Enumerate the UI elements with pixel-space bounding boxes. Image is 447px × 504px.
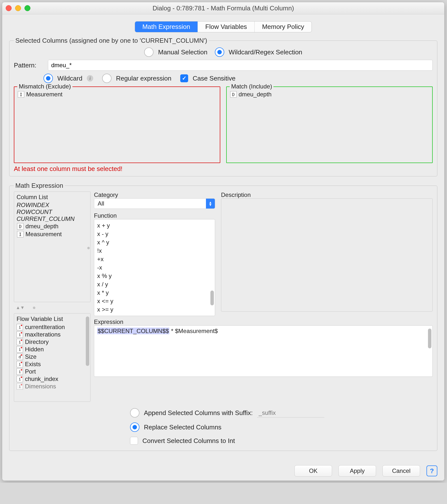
manual-selection-label: Manual Selection <box>158 48 207 56</box>
flow-variable-item[interactable]: iDimensions <box>17 383 88 390</box>
replace-label: Replace Selected Columns <box>144 423 222 431</box>
flow-variable-panel: Flow Variable List icurrentIteration ima… <box>14 313 90 402</box>
wildcard-option[interactable]: Wildcard i <box>44 74 93 83</box>
column-list-item[interactable]: ROWINDEX <box>17 202 88 209</box>
flow-variable-item[interactable]: iExists <box>17 360 88 368</box>
column-list-header: Column List <box>17 194 88 201</box>
flow-variable-item[interactable]: imaxIterations <box>17 331 88 338</box>
selected-columns-legend: Selected Columns (assigned one by one to… <box>14 37 209 44</box>
function-item[interactable]: -x <box>97 263 212 272</box>
regex-option[interactable]: Regular expression <box>102 74 171 83</box>
flowvar-icon: i <box>17 376 23 382</box>
mismatch-label: Mismatch (Exclude) <box>17 83 72 90</box>
exclude-include-row: Mismatch (Exclude) I Measurement Match (… <box>14 86 433 163</box>
ok-button[interactable]: OK <box>294 465 332 477</box>
flow-variable-header: Flow Variable List <box>17 315 88 322</box>
wildcard-option-label: Wildcard <box>57 75 82 82</box>
radio-icon <box>144 47 154 57</box>
wildcard-selection-option[interactable]: Wildcard/Regex Selection <box>215 47 302 57</box>
scrollbar[interactable] <box>210 221 214 314</box>
mismatch-item[interactable]: I Measurement <box>17 90 217 98</box>
function-item[interactable]: x >= y <box>97 305 212 314</box>
flow-variable-item[interactable]: icurrentIteration <box>17 323 88 331</box>
function-item[interactable]: x <= y <box>97 297 212 305</box>
description-label: Description <box>221 191 433 198</box>
info-icon[interactable]: i <box>87 75 93 82</box>
flowvar-label: Hidden <box>25 346 44 353</box>
case-sensitive-option[interactable]: ✓ Case Sensitive <box>180 74 235 82</box>
function-item[interactable]: +x <box>97 255 212 263</box>
replace-option[interactable]: Replace Selected Columns <box>130 422 222 432</box>
flow-variable-item[interactable]: iDirectory <box>17 338 88 346</box>
category-block: Category All ▲▼ Function x + y x - y x ^… <box>94 191 215 316</box>
function-list[interactable]: x + y x - y x ^ y !x +x -x x % y x / y x… <box>94 219 215 316</box>
match-include-box: Match (Include) D dmeu_depth <box>226 86 433 163</box>
chevron-updown-icon: ▲▼ <box>206 199 215 209</box>
expression-block: Expression $$CURRENT_COLUMN$$ * $Measure… <box>94 318 433 377</box>
scrollbar[interactable] <box>428 328 431 375</box>
panel-nav-handles[interactable]: ▲▼ <box>14 305 90 311</box>
apply-button[interactable]: Apply <box>338 465 376 477</box>
math-layout: Column List ROWINDEX ROWCOUNT CURRENT_CO… <box>14 191 433 402</box>
match-item[interactable]: D dmeu_depth <box>230 90 429 98</box>
selected-columns-group: Selected Columns (assigned one by one to… <box>9 37 437 176</box>
column-list-item[interactable]: D dmeu_depth <box>17 222 88 230</box>
help-button[interactable]: ? <box>426 465 437 476</box>
function-item[interactable]: x * y <box>97 289 212 297</box>
type-icon: D <box>230 91 237 98</box>
column-list-item[interactable]: ROWCOUNT <box>17 209 88 215</box>
category-select[interactable]: All ▲▼ <box>94 198 215 209</box>
content: Math Expression Flow Variables Memory Po… <box>2 14 444 461</box>
column-list-item[interactable]: CURRENT_COLUMN <box>17 215 88 222</box>
function-item[interactable]: x - y <box>97 230 212 238</box>
function-item[interactable]: !x <box>97 247 212 255</box>
flow-variable-item[interactable]: dSize <box>17 353 88 360</box>
scrollbar[interactable] <box>86 315 89 399</box>
column-item-label: dmeu_depth <box>25 223 58 230</box>
math-expression-legend: Math Expression <box>14 182 65 189</box>
manual-selection-option[interactable]: Manual Selection <box>144 47 207 57</box>
column-list-panel: Column List ROWINDEX ROWCOUNT CURRENT_CO… <box>14 191 90 302</box>
suffix-input[interactable] <box>257 408 324 418</box>
flow-variable-item[interactable]: iPort <box>17 368 88 375</box>
expression-highlight: $$CURRENT_COLUMN$$ <box>97 328 169 334</box>
function-item[interactable]: x ^ y <box>97 238 212 247</box>
flowvar-label: Dimensions <box>25 383 56 390</box>
append-option[interactable]: Append Selected Columns with Suffix: <box>130 408 324 418</box>
mismatch-exclude-box: Mismatch (Exclude) I Measurement <box>14 86 220 163</box>
flow-variable-item[interactable]: iHidden <box>17 346 88 353</box>
flowvar-label: Size <box>25 353 37 360</box>
flow-variable-item[interactable]: ichunk_index <box>17 375 88 383</box>
type-icon: I <box>17 231 23 237</box>
column-list-item[interactable]: I Measurement <box>17 230 88 238</box>
flowvar-icon: i <box>17 339 23 345</box>
pattern-input[interactable] <box>48 60 433 71</box>
tab-math-expression[interactable]: Math Expression <box>135 21 198 32</box>
description-box <box>221 198 433 312</box>
flowvar-label: chunk_index <box>25 376 58 382</box>
function-item[interactable]: x + y <box>97 221 212 230</box>
tab-bar: Math Expression Flow Variables Memory Po… <box>9 21 437 32</box>
tab-memory-policy[interactable]: Memory Policy <box>255 21 312 32</box>
titlebar: Dialog - 0:789:781 - Math Formula (Multi… <box>2 2 444 14</box>
scroll-indicator[interactable] <box>87 247 90 249</box>
type-icon: D <box>17 223 23 230</box>
cancel-button[interactable]: Cancel <box>382 465 420 477</box>
expression-editor[interactable]: $$CURRENT_COLUMN$$ * $Measurement$ <box>94 325 433 377</box>
flowvar-icon: i <box>17 368 23 375</box>
pattern-options-row: Wildcard i Regular expression ✓ Case Sen… <box>44 74 433 83</box>
flowvar-icon: i <box>17 383 23 390</box>
selection-mode-row: Manual Selection Wildcard/Regex Selectio… <box>14 47 433 57</box>
append-label: Append Selected Columns with Suffix: <box>144 409 253 417</box>
math-expression-group: Math Expression Column List ROWINDEX ROW… <box>9 182 437 451</box>
function-item[interactable]: x / y <box>97 280 212 289</box>
convert-option[interactable]: Convert Selected Columns to Int <box>130 437 235 445</box>
radio-icon <box>130 422 139 432</box>
tab-flow-variables[interactable]: Flow Variables <box>198 21 255 32</box>
expression-label: Expression <box>94 318 433 325</box>
pattern-row: Pattern: <box>14 60 433 71</box>
pattern-label: Pattern: <box>14 62 44 69</box>
match-item-label: dmeu_depth <box>239 91 271 98</box>
function-item[interactable]: x % y <box>97 272 212 280</box>
segmented-tabs: Math Expression Flow Variables Memory Po… <box>135 21 312 32</box>
